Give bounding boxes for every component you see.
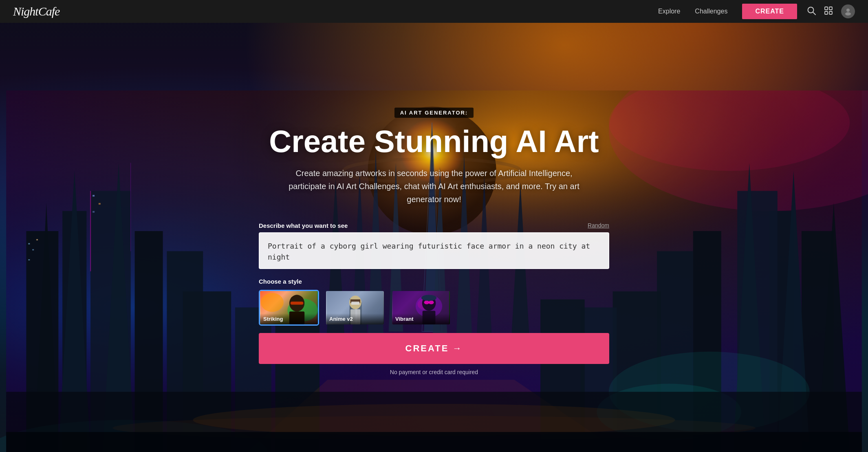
search-icon[interactable]	[807, 6, 816, 17]
svg-point-83	[424, 300, 429, 304]
create-form: Describe what you want to see Random Por…	[259, 222, 609, 375]
style-label: Choose a style	[259, 278, 609, 285]
navbar: NightCafe Explore Challenges CREATE	[0, 0, 868, 23]
prompt-label: Describe what you want to see	[259, 222, 348, 229]
avatar[interactable]	[841, 4, 855, 18]
svg-rect-70	[291, 302, 304, 304]
nav-icons	[807, 4, 855, 18]
style-vibrant-label: Vibrant	[392, 313, 450, 324]
style-striking[interactable]: Striking	[259, 290, 319, 326]
svg-rect-63	[829, 11, 832, 14]
nav-create-button[interactable]: CREATE	[742, 4, 797, 19]
hero-title: Create Stunning AI Art	[269, 125, 599, 158]
random-link[interactable]: Random	[588, 222, 609, 229]
grid-icon[interactable]	[824, 6, 833, 17]
ai-badge: AI ART GENERATOR:	[394, 108, 474, 118]
svg-rect-61	[829, 7, 832, 10]
style-options: Striking Anime v2	[259, 290, 609, 326]
svg-rect-62	[825, 11, 828, 14]
svg-point-64	[846, 9, 850, 12]
svg-point-86	[421, 295, 436, 301]
no-payment-text: No payment or credit card required	[259, 369, 609, 375]
style-striking-label: Striking	[260, 313, 318, 324]
svg-point-65	[845, 12, 851, 15]
svg-point-84	[429, 300, 434, 304]
nav-links: Explore Challenges CREATE	[658, 4, 797, 19]
style-anime-label: Anime v2	[326, 313, 384, 324]
svg-point-67	[261, 293, 284, 312]
create-button[interactable]: CREATE →	[259, 333, 609, 364]
prompt-input[interactable]: Portrait of a cyborg girl wearing futuri…	[259, 232, 609, 269]
svg-rect-60	[825, 7, 828, 10]
nav-explore[interactable]: Explore	[658, 8, 680, 15]
logo[interactable]: NightCafe	[13, 4, 658, 18]
svg-rect-77	[351, 302, 360, 304]
svg-line-59	[813, 12, 815, 15]
hero-subtitle: Create amazing artworks in seconds using…	[287, 167, 581, 206]
hero-content: AI ART GENERATOR: Create Stunning AI Art…	[0, 23, 868, 452]
style-anime[interactable]: Anime v2	[325, 290, 385, 326]
form-label-row: Describe what you want to see Random	[259, 222, 609, 229]
nav-challenges[interactable]: Challenges	[695, 8, 727, 15]
style-vibrant[interactable]: Vibrant	[391, 290, 451, 326]
